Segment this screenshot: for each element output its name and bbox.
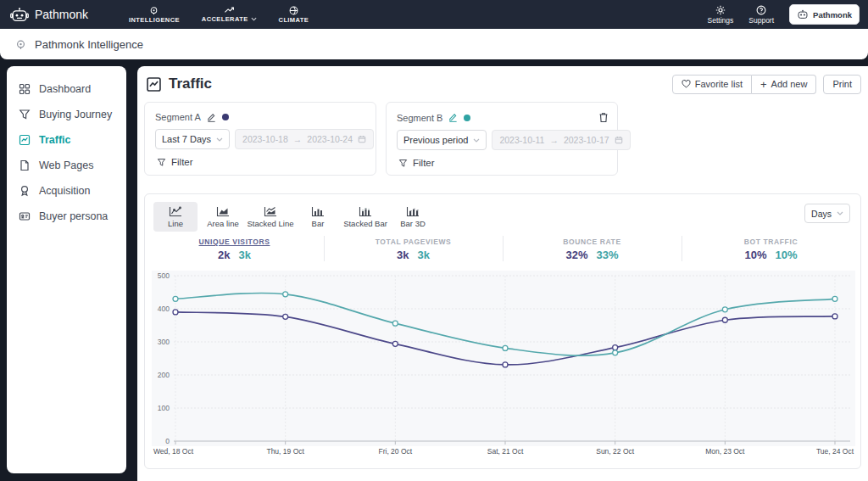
edit-pencil-icon[interactable]: [207, 113, 216, 122]
trash-icon[interactable]: [598, 112, 609, 123]
trophy-icon: [19, 185, 31, 197]
metric-unique-visitors[interactable]: UNIQUE VISITORS 2k3k: [145, 234, 324, 261]
accelerate-icon: [224, 6, 235, 14]
calendar-icon: [615, 136, 623, 144]
traffic-line-chart[interactable]: 0100200300400500Wed, 18 OctThu, 19 OctFr…: [148, 269, 859, 471]
sidebar-item-traffic[interactable]: Traffic: [7, 127, 126, 153]
svg-text:500: 500: [158, 271, 170, 280]
nav-menu: INTELLIGENCE ACCELERATE CLIMATE: [129, 6, 309, 24]
sidebar-item-acquisition[interactable]: Acquisition: [7, 178, 126, 204]
print-button[interactable]: Print: [823, 75, 861, 94]
segment-a-color-dot: [222, 114, 229, 120]
tab-stacked-line[interactable]: Stacked Line: [248, 202, 292, 232]
gear-icon: [715, 5, 726, 15]
bar-chart-icon: [311, 206, 325, 217]
segment-b-color-dot: [464, 115, 470, 121]
segment-a-filter[interactable]: Filter: [145, 149, 376, 167]
sidebar: Dashboard Buying Journey Traffic Web Pag…: [7, 66, 126, 473]
nav-item-climate[interactable]: CLIMATE: [279, 6, 309, 24]
nav-item-accelerate[interactable]: ACCELERATE: [202, 6, 257, 24]
add-new-button[interactable]: + Add new: [752, 75, 816, 94]
tab-stacked-bar[interactable]: Stacked Bar: [343, 202, 387, 232]
sidebar-item-label: Acquisition: [39, 185, 90, 197]
sidebar-item-label: Buying Journey: [39, 109, 112, 120]
arrow-right: →: [549, 135, 559, 145]
sidebar-item-buying-journey[interactable]: Buying Journey: [7, 102, 126, 127]
chevron-down-icon: [251, 17, 257, 21]
funnel-icon: [19, 109, 31, 120]
question-icon: [756, 5, 766, 15]
segment-a-name: Segment A: [155, 112, 201, 122]
edit-pencil-icon[interactable]: [448, 113, 458, 122]
plus-icon: +: [760, 79, 767, 90]
svg-text:Thu, 19 Oct: Thu, 19 Oct: [266, 447, 304, 456]
nav-label: INTELLIGENCE: [129, 16, 180, 24]
header-actions: Favorite list + Add new Print: [672, 75, 861, 94]
chart-type-tabs: Line Area line Stacked Line: [153, 202, 435, 232]
settings-button[interactable]: Settings: [708, 5, 734, 25]
sidebar-item-label: Web Pages: [39, 159, 93, 171]
metric-bot-traffic[interactable]: BOT TRAFFIC 10%10%: [682, 234, 860, 261]
svg-text:100: 100: [158, 404, 170, 412]
segment-b-filter[interactable]: Filter: [387, 150, 617, 168]
top-navbar: Pathmonk INTELLIGENCE ACCELERATE: [0, 0, 868, 29]
account-button-label: Pathmonk: [813, 10, 852, 20]
metrics-row: UNIQUE VISITORS 2k3k TOTAL PAGEVIEWS 3k3…: [145, 234, 860, 261]
intelligence-module-icon: [15, 39, 26, 50]
climate-icon: [289, 6, 298, 15]
metric-value-b: 3k: [418, 249, 430, 261]
stacked-bar-icon: [359, 206, 372, 217]
metric-value-a: 32%: [565, 249, 587, 261]
tab-area-line[interactable]: Area line: [201, 202, 245, 232]
interval-select[interactable]: Days: [804, 204, 850, 223]
traffic-chart-icon: [19, 134, 31, 146]
segment-b-range-select[interactable]: Previous period: [397, 130, 487, 150]
svg-text:200: 200: [158, 371, 170, 379]
pathmonk-account-button[interactable]: Pathmonk: [789, 4, 860, 25]
metric-value-b: 3k: [239, 249, 251, 261]
chevron-down-icon: [473, 138, 480, 143]
support-button[interactable]: Support: [748, 5, 774, 25]
segment-b-name: Segment B: [397, 113, 442, 123]
sidebar-item-buyer-persona[interactable]: Buyer persona: [7, 204, 126, 229]
segment-b-date-range[interactable]: 2023-10-11 → 2023-10-17: [492, 130, 630, 150]
sidebar-item-dashboard[interactable]: Dashboard: [7, 76, 126, 102]
metric-bounce-rate[interactable]: BOUNCE RATE 32%33%: [503, 234, 682, 261]
traffic-title-icon: [146, 76, 162, 92]
segment-a-range-select[interactable]: Last 7 Days: [155, 129, 230, 149]
id-card-icon: [19, 210, 31, 222]
area-chart-icon: [216, 206, 230, 217]
chart-panel: Line Area line Stacked Line: [144, 193, 861, 469]
favorite-list-button[interactable]: Favorite list: [672, 75, 752, 94]
svg-text:Wed, 18 Oct: Wed, 18 Oct: [153, 447, 194, 456]
heart-icon: [682, 80, 691, 88]
tab-bar-3d[interactable]: Bar 3D: [391, 202, 435, 232]
svg-text:0: 0: [165, 437, 170, 445]
pathmonk-robot-icon: [10, 7, 29, 23]
sidebar-item-web-pages[interactable]: Web Pages: [7, 153, 126, 178]
segment-a-date-range[interactable]: 2023-10-18 → 2023-10-24: [235, 129, 374, 149]
brand-logo[interactable]: Pathmonk: [10, 7, 88, 23]
nav-item-intelligence[interactable]: INTELLIGENCE: [129, 6, 180, 24]
main-content: Traffic Favorite list + Add new Print: [137, 66, 868, 481]
metric-total-pageviews[interactable]: TOTAL PAGEVIEWS 3k3k: [324, 234, 503, 261]
metric-value-a: 2k: [218, 249, 230, 261]
svg-text:Sun, 22 Oct: Sun, 22 Oct: [596, 447, 635, 456]
metric-value-b: 33%: [597, 249, 619, 261]
segment-b-card: Segment B Previous period 2023-10-11 →: [386, 102, 618, 176]
document-icon: [19, 159, 31, 171]
page-title-text: Traffic: [169, 76, 212, 92]
metric-value-b: 10%: [776, 249, 798, 261]
tab-bar[interactable]: Bar: [296, 202, 340, 232]
metric-value-a: 10%: [744, 249, 766, 261]
intelligence-icon: [149, 6, 159, 15]
svg-text:Tue, 24 Oct: Tue, 24 Oct: [816, 447, 854, 456]
title-row: Traffic Favorite list + Add new Print: [146, 74, 861, 94]
brand-name: Pathmonk: [35, 8, 88, 21]
sidebar-item-label: Dashboard: [39, 83, 91, 95]
tab-line[interactable]: Line: [153, 202, 198, 232]
subheader: Pathmonk Intelligence: [0, 29, 868, 59]
calendar-icon: [358, 135, 366, 143]
svg-text:Fri, 20 Oct: Fri, 20 Oct: [378, 447, 412, 456]
page-title: Traffic: [146, 76, 212, 92]
